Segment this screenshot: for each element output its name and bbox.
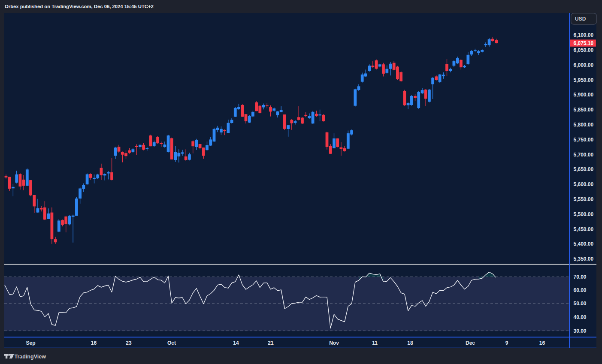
svg-text:5,500.00: 5,500.00 bbox=[574, 211, 594, 217]
svg-text:USD: USD bbox=[575, 16, 586, 22]
svg-text:5,900.00: 5,900.00 bbox=[574, 92, 594, 98]
svg-text:Sep: Sep bbox=[26, 340, 35, 346]
svg-text:Dec: Dec bbox=[466, 340, 475, 346]
svg-text:6,075.10: 6,075.10 bbox=[574, 40, 594, 46]
svg-text:9: 9 bbox=[505, 340, 508, 346]
svg-text:5,950.00: 5,950.00 bbox=[574, 77, 594, 83]
svg-text:5,600.00: 5,600.00 bbox=[574, 181, 594, 187]
svg-text:5,700.00: 5,700.00 bbox=[574, 152, 594, 158]
svg-text:14: 14 bbox=[233, 340, 239, 346]
svg-text:Oct: Oct bbox=[167, 340, 176, 346]
svg-text:11: 11 bbox=[372, 340, 378, 346]
svg-text:30.00: 30.00 bbox=[574, 328, 587, 334]
svg-text:60.00: 60.00 bbox=[574, 287, 587, 293]
svg-text:5,650.00: 5,650.00 bbox=[574, 166, 594, 172]
svg-text:6,050.00: 6,050.00 bbox=[574, 47, 594, 53]
svg-text:5,450.00: 5,450.00 bbox=[574, 226, 594, 232]
svg-text:5,750.00: 5,750.00 bbox=[574, 137, 594, 143]
svg-text:TradingView: TradingView bbox=[15, 354, 46, 360]
svg-text:23: 23 bbox=[126, 340, 132, 346]
svg-text:Orbex published on TradingView: Orbex published on TradingView.com, Dec … bbox=[5, 4, 154, 9]
svg-text:16: 16 bbox=[539, 340, 545, 346]
svg-text:5,800.00: 5,800.00 bbox=[574, 122, 594, 128]
svg-text:Nov: Nov bbox=[329, 340, 339, 346]
svg-text:6,000.00: 6,000.00 bbox=[574, 62, 594, 68]
svg-text:5,400.00: 5,400.00 bbox=[574, 241, 594, 247]
svg-text:40.00: 40.00 bbox=[574, 314, 587, 320]
svg-text:21: 21 bbox=[268, 340, 274, 346]
svg-text:18: 18 bbox=[407, 340, 413, 346]
svg-text:5,550.00: 5,550.00 bbox=[574, 196, 594, 202]
svg-text:16: 16 bbox=[91, 340, 97, 346]
svg-text:5,350.00: 5,350.00 bbox=[574, 256, 594, 262]
svg-text:50.00: 50.00 bbox=[574, 301, 587, 307]
svg-text:6,100.00: 6,100.00 bbox=[574, 32, 594, 38]
svg-text:70.00: 70.00 bbox=[574, 274, 587, 280]
svg-text:5,850.00: 5,850.00 bbox=[574, 107, 594, 113]
